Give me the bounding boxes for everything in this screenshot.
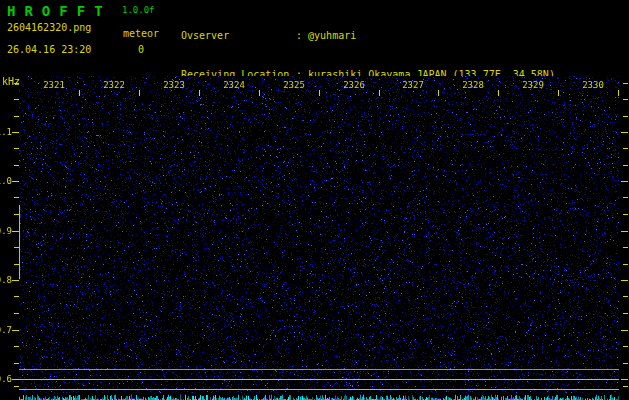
- time-tick-label: 2325: [282, 80, 306, 90]
- hrofft-screen: { "app": { "title": "HROFFT", "version":…: [0, 0, 629, 400]
- freq-minor-tick-right: [623, 264, 628, 265]
- time-tick-label: 2326: [342, 80, 366, 90]
- meteor-count-value: 0: [138, 44, 144, 55]
- freq-minor-tick-left: [14, 197, 19, 198]
- app-version: 1.0.0f: [122, 5, 155, 15]
- freq-minor-tick-right: [623, 363, 628, 364]
- freq-minor-tick-left: [14, 83, 19, 84]
- time-tick-label: 2330: [581, 80, 605, 90]
- time-tick-label: 2328: [461, 80, 485, 90]
- time-tick: [199, 90, 200, 96]
- freq-major-tick-left: [12, 330, 19, 331]
- meteor-count-label: meteor: [123, 28, 159, 39]
- app-title: HROFFT: [7, 3, 112, 19]
- freq-minor-tick-right: [623, 247, 628, 248]
- freq-tick-label: 0.7: [0, 325, 12, 335]
- freq-minor-tick-right: [623, 148, 628, 149]
- freq-major-tick-left: [12, 379, 19, 380]
- carrier-line-center: [19, 379, 619, 380]
- observation-datetime: 26.04.16 23:20: [7, 44, 91, 55]
- freq-minor-tick-left: [14, 386, 19, 387]
- info-separator: :: [296, 30, 302, 41]
- freq-tick-label: 1.0: [0, 176, 12, 186]
- time-tick: [259, 90, 260, 96]
- freq-major-tick-right: [621, 280, 628, 281]
- freq-major-tick-left: [12, 132, 19, 133]
- freq-major-tick-right: [621, 132, 628, 133]
- carrier-line-lower: [19, 389, 619, 390]
- freq-minor-tick-right: [623, 83, 628, 84]
- freq-minor-tick-right: [623, 165, 628, 166]
- time-tick-label: 2321: [42, 80, 66, 90]
- carrier-line-upper: [19, 369, 619, 370]
- time-tick: [558, 90, 559, 96]
- freq-tick-label: 0.6: [0, 374, 12, 384]
- freq-major-tick-right: [621, 330, 628, 331]
- freq-minor-tick-left: [14, 165, 19, 166]
- freq-minor-tick-left: [14, 346, 19, 347]
- spectrogram-noise-field: [19, 76, 619, 393]
- time-tick: [438, 90, 439, 96]
- output-filename: 2604162320.png: [7, 22, 91, 33]
- time-tick: [618, 90, 619, 96]
- freq-major-tick-right: [621, 379, 628, 380]
- freq-minor-tick-left: [14, 148, 19, 149]
- freq-major-tick-left: [12, 231, 19, 232]
- freq-tick-label: 0.9: [0, 226, 12, 236]
- freq-major-tick-left: [12, 280, 19, 281]
- freq-minor-tick-right: [623, 116, 628, 117]
- info-row-observer: Ovserver: @yuhmari: [181, 29, 555, 42]
- time-tick: [498, 90, 499, 96]
- freq-minor-tick-right: [623, 346, 628, 347]
- time-tick-label: 2322: [102, 80, 126, 90]
- freq-tick-label: 1.1: [0, 127, 12, 137]
- freq-minor-tick-right: [623, 214, 628, 215]
- freq-minor-tick-right: [623, 197, 628, 198]
- time-tick-label: 2324: [222, 80, 246, 90]
- freq-minor-tick-left: [14, 116, 19, 117]
- time-tick: [139, 90, 140, 96]
- freq-minor-tick-left: [14, 313, 19, 314]
- freq-minor-tick-left: [14, 296, 19, 297]
- freq-major-tick-right: [621, 231, 628, 232]
- freq-tick-label: 0.8: [0, 275, 12, 285]
- time-tick-label: 2329: [521, 80, 545, 90]
- time-tick: [319, 90, 320, 96]
- freq-major-tick-right: [621, 181, 628, 182]
- time-tick-label: 2327: [401, 80, 425, 90]
- freq-minor-tick-right: [623, 99, 628, 100]
- startup-burst-line: [19, 205, 20, 279]
- info-value: @yuhmari: [308, 30, 356, 41]
- freq-minor-tick-right: [623, 296, 628, 297]
- time-tick-label: 2323: [162, 80, 186, 90]
- freq-minor-tick-right: [623, 313, 628, 314]
- freq-major-tick-left: [12, 181, 19, 182]
- freq-minor-tick-left: [14, 99, 19, 100]
- time-tick: [79, 90, 80, 96]
- time-tick: [379, 90, 380, 96]
- signal-strength-strip: [19, 393, 619, 400]
- freq-minor-tick-left: [14, 363, 19, 364]
- y-axis-unit-label: kHz: [2, 76, 20, 87]
- info-label: Ovserver: [181, 29, 296, 42]
- freq-minor-tick-right: [623, 386, 628, 387]
